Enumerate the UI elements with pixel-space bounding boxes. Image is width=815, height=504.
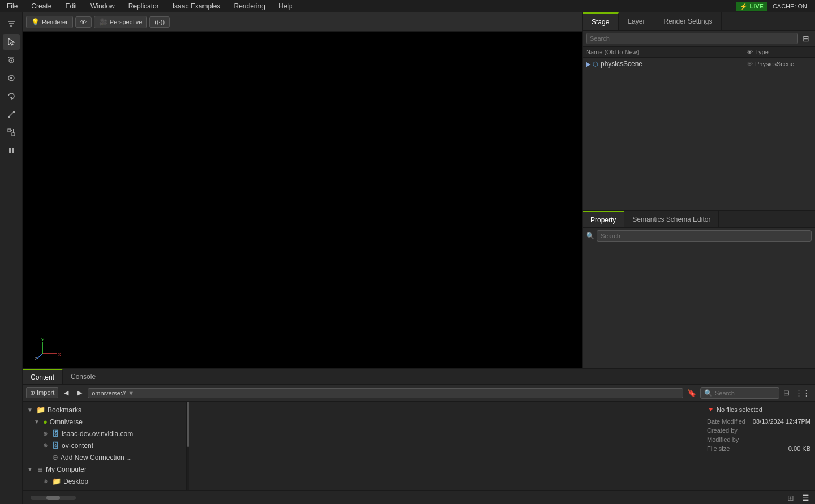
tab-render-settings[interactable]: Render Settings (654, 12, 722, 30)
toolbar-snap-btn[interactable] (3, 124, 20, 140)
toolbar-camera-btn[interactable] (3, 52, 20, 68)
tree-bookmarks[interactable]: ▼ 📁 Bookmarks (23, 404, 186, 416)
property-search-input[interactable] (597, 230, 812, 242)
info-row-date-modified: Date Modified 08/13/2024 12:47PM (707, 418, 810, 425)
col-header-type: Type (755, 49, 812, 55)
ov-content-label: ov-content (62, 442, 182, 450)
bookmarks-label: Bookmarks (48, 406, 182, 414)
desktop-icon: 📁 (52, 477, 61, 485)
svg-rect-14 (8, 129, 11, 132)
my-computer-icon: 🖥 (36, 465, 44, 473)
tree-my-computer[interactable]: ▼ 🖥 My Computer (23, 463, 186, 475)
isaac-dev-label: isaac-dev.ov.nvidia.com (62, 430, 182, 438)
svg-rect-12 (13, 111, 15, 113)
file-tree[interactable]: ▼ 📁 Bookmarks ▼ ● Omniverse ⊕ 🗄 isaac-de… (23, 402, 187, 490)
toolbar-filter-btn[interactable] (3, 16, 20, 32)
add-connection-icon: ⊕ (52, 453, 58, 462)
toolbar-pivot-btn[interactable] (3, 70, 20, 86)
content-path[interactable]: omniverse:// ▼ (88, 388, 683, 398)
menu-replicator[interactable]: Replicator (126, 1, 161, 11)
tab-content[interactable]: Content (23, 369, 63, 384)
info-row-created-by: Created by (707, 427, 810, 434)
content-search-bar: 🔍 (700, 387, 779, 399)
eye-icon: 👁 (80, 19, 87, 25)
toolbar-pause-btn[interactable] (3, 143, 20, 158)
content-grid-icon[interactable]: ⋮⋮ (794, 387, 812, 398)
radio-icon: ((·)) (154, 19, 165, 25)
menu-window[interactable]: Window (88, 1, 117, 11)
svg-marker-3 (8, 38, 14, 45)
stage-filter-icon[interactable]: ⊟ (800, 33, 812, 44)
viewport-perspective-btn[interactable]: 🎥 Perspective (94, 16, 147, 28)
path-text: omniverse:// (92, 390, 126, 397)
info-row-file-size: File size 0.00 KB (707, 445, 810, 452)
bookmark-icon[interactable]: 🔖 (685, 387, 698, 398)
grid-view-btn[interactable]: ⊞ (785, 492, 796, 503)
menu-edit[interactable]: Edit (63, 1, 79, 11)
tab-semantics-schema[interactable]: Semantics Schema Editor (624, 211, 719, 227)
omniverse-icon: ● (43, 417, 48, 426)
tree-ov-content[interactable]: ⊕ 🗄 ov-content (23, 440, 186, 451)
tab-layer[interactable]: Layer (619, 12, 654, 30)
desktop-expand-icon: ⊕ (43, 478, 50, 484)
bottom-status-bar: ⊞ ☰ (23, 490, 815, 504)
menu-help[interactable]: Help (277, 1, 295, 11)
menu-bar: File Create Edit Window Replicator Isaac… (0, 0, 815, 12)
menu-rendering[interactable]: Rendering (231, 1, 267, 11)
svg-rect-13 (8, 116, 10, 118)
content-toolbar: ⊕ Import ◀ ▶ omniverse:// ▼ 🔖 🔍 ⊟ ⋮⋮ (23, 385, 815, 402)
renderer-label: Renderer (42, 19, 68, 25)
perspective-icon: 🎥 (99, 18, 107, 26)
stage-tree[interactable]: ▶ ⬡ physicsScene 👁 PhysicsScene (583, 58, 815, 210)
info-row-modified-by: Modified by (707, 436, 810, 443)
stage-row-physicsscene[interactable]: ▶ ⬡ physicsScene 👁 PhysicsScene (583, 59, 815, 69)
nav-forward-button[interactable]: ▶ (74, 388, 85, 398)
file-size-label: File size (707, 445, 730, 452)
stage-search-input[interactable] (586, 33, 798, 44)
list-view-btn[interactable]: ☰ (800, 492, 812, 503)
menu-file[interactable]: File (5, 1, 20, 11)
viewport-eye-btn[interactable]: 👁 (75, 16, 92, 28)
svg-rect-19 (12, 148, 14, 153)
tree-node-name: physicsScene (601, 60, 744, 68)
tree-omniverse[interactable]: ▼ ● Omniverse (23, 416, 186, 428)
tree-eye-icon[interactable]: 👁 (744, 61, 755, 67)
bottom-panel: Content Console ⊕ Import ◀ ▶ omniverse:/… (23, 368, 815, 504)
bottom-tabs: Content Console (23, 369, 815, 385)
path-dropdown-icon[interactable]: ▼ (128, 390, 134, 397)
tab-console[interactable]: Console (63, 369, 104, 384)
tree-isaac-dev[interactable]: ⊕ 🗄 isaac-dev.ov.nvidia.com (23, 428, 186, 440)
perspective-label: Perspective (110, 19, 142, 25)
tab-property[interactable]: Property (583, 211, 624, 227)
menu-create[interactable]: Create (29, 1, 54, 11)
toolbar-select-btn[interactable] (3, 34, 20, 50)
top-row: 💡 Renderer 👁 🎥 Perspective ((·)) (23, 12, 815, 368)
svg-rect-18 (9, 148, 11, 153)
add-connection-label: Add New Connection ... (61, 454, 182, 462)
tab-stage[interactable]: Stage (583, 12, 619, 30)
svg-point-5 (10, 60, 12, 62)
tree-add-connection[interactable]: ⊕ Add New Connection ... (23, 451, 186, 463)
toolbar-rotate-btn[interactable] (3, 88, 20, 104)
renderer-icon: 💡 (31, 18, 40, 26)
content-filter-icon[interactable]: ⊟ (782, 387, 791, 398)
import-button[interactable]: ⊕ Import (26, 387, 58, 398)
viewport-radio-btn[interactable]: ((·)) (149, 16, 170, 28)
tree-desktop[interactable]: ⊕ 📁 Desktop (23, 475, 186, 487)
viewport-renderer-btn[interactable]: 💡 Renderer (26, 16, 73, 28)
center-right: 💡 Renderer 👁 🎥 Perspective ((·)) (23, 12, 815, 504)
viewport-canvas[interactable]: X Y Z (23, 32, 582, 368)
isaac-dev-expand-icon: ⊕ (43, 430, 50, 437)
cache-badge: CACHE: ON (769, 2, 810, 10)
date-modified-label: Date Modified (707, 418, 745, 425)
menu-isaac-examples[interactable]: Isaac Examples (170, 1, 223, 11)
live-badge[interactable]: ⚡ LIVE (736, 2, 767, 11)
property-content (583, 244, 815, 368)
toolbar-scale-btn[interactable] (3, 106, 20, 122)
omniverse-expand-icon: ▼ (34, 419, 41, 425)
col-header-name: Name (Old to New) (586, 49, 744, 55)
col-header-eye: 👁 (744, 49, 755, 55)
content-search-input[interactable] (715, 390, 775, 397)
omniverse-label: Omniverse (50, 418, 182, 426)
nav-back-button[interactable]: ◀ (61, 388, 72, 398)
